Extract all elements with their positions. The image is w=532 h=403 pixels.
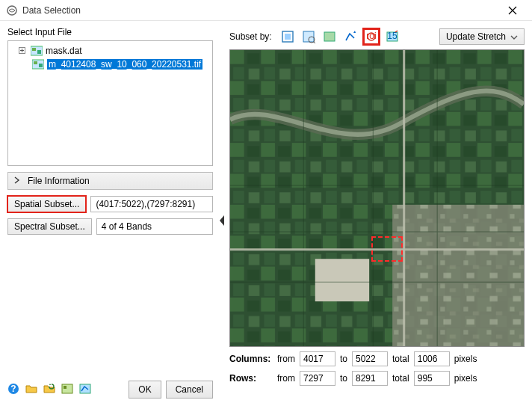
columns-label: Columns: — [229, 354, 273, 364]
subset-full-extent-icon[interactable] — [279, 28, 296, 45]
svg-rect-3 — [32, 48, 36, 51]
subset-vector-icon[interactable] — [342, 28, 359, 45]
select-input-label: Select Input File — [7, 27, 213, 37]
spectral-subset-value: 4 of 4 Bands — [96, 218, 213, 235]
raster-product-icon[interactable] — [61, 383, 73, 397]
tree-item-mask[interactable]: mask.dat — [11, 44, 209, 58]
satellite-imagery — [230, 50, 524, 347]
svg-text:?: ? — [10, 384, 16, 394]
file-tree[interactable]: mask.dat m_4012408_sw_10_060_20220531.ti… — [7, 40, 213, 166]
svg-text:roi: roi — [366, 31, 376, 41]
from-label: from — [277, 354, 295, 364]
raster-icon — [32, 59, 44, 70]
rows-label: Rows: — [229, 373, 273, 384]
columns-to-input[interactable]: 5022 — [352, 351, 388, 366]
splitter-handle-icon[interactable] — [217, 214, 226, 230]
window-title: Data Selection — [22, 5, 81, 16]
tree-item-tif[interactable]: m_4012408_sw_10_060_20220531.tif — [11, 58, 209, 71]
svg-rect-11 — [64, 386, 66, 389]
right-panel: Subset by: roi 15 Update Stretch — [228, 21, 532, 403]
right-toolbar: Subset by: roi 15 Update Stretch — [229, 28, 525, 45]
columns-total-input[interactable]: 1006 — [414, 351, 450, 366]
cancel-button[interactable]: Cancel — [166, 381, 213, 399]
tree-expander-icon[interactable] — [19, 46, 28, 56]
envi-app-icon — [6, 4, 18, 16]
svg-rect-32 — [392, 205, 524, 347]
subset-geographic-icon[interactable]: 15 — [384, 28, 400, 45]
rows-row: Rows: from 7297 to 8291 total 995 pixels — [229, 371, 525, 386]
columns-from-input[interactable]: 4017 — [300, 351, 335, 366]
subset-view-extent-icon[interactable] — [300, 28, 317, 45]
restore-session-icon[interactable] — [43, 383, 55, 397]
close-button[interactable] — [499, 0, 526, 21]
content-area: Select Input File mask.dat m_4012408_sw_… — [0, 21, 532, 403]
rows-from-input[interactable]: 7297 — [300, 371, 335, 386]
svg-rect-14 — [285, 34, 291, 40]
footer-toolbar: ? — [7, 383, 91, 397]
subset-raster-icon[interactable] — [321, 28, 338, 45]
chevron-down-icon — [510, 31, 518, 42]
svg-rect-4 — [37, 50, 41, 54]
update-stretch-dropdown[interactable]: Update Stretch — [439, 28, 525, 45]
pixels-label: pixels — [454, 354, 477, 364]
file-information-label: File Information — [28, 176, 90, 186]
to-label: to — [340, 373, 347, 384]
total-label: total — [392, 373, 409, 384]
update-stretch-label: Update Stretch — [446, 31, 506, 42]
panel-splitter[interactable] — [220, 21, 228, 403]
spatial-subset-value: (4017:5022),(7297:8291) — [90, 196, 213, 212]
vector-product-icon[interactable] — [79, 383, 91, 397]
rows-total-input[interactable]: 995 — [414, 371, 450, 386]
svg-rect-7 — [39, 64, 43, 67]
rows-to-input[interactable]: 8291 — [352, 371, 388, 386]
titlebar: Data Selection — [0, 0, 532, 21]
left-panel: Select Input File mask.dat m_4012408_sw_… — [0, 21, 220, 403]
tree-item-label: mask.dat — [46, 46, 82, 56]
ok-button[interactable]: OK — [129, 381, 161, 399]
spatial-subset-button[interactable]: Spatial Subset... — [7, 196, 86, 212]
left-footer: ? OK Cancel — [7, 373, 213, 399]
chevron-right-icon — [14, 176, 20, 186]
subset-roi-icon[interactable]: roi — [363, 28, 380, 45]
to-label: to — [340, 354, 347, 364]
svg-rect-17 — [324, 32, 335, 41]
spectral-subset-button[interactable]: Spectral Subset... — [7, 218, 92, 235]
roi-selection-box[interactable] — [371, 236, 403, 262]
image-preview[interactable] — [229, 49, 525, 347]
open-folder-icon[interactable] — [25, 383, 37, 397]
tree-item-label: m_4012408_sw_10_060_20220531.tif — [47, 59, 202, 70]
pixels-label: pixels — [454, 373, 477, 384]
file-information-header[interactable]: File Information — [7, 172, 213, 190]
svg-rect-12 — [80, 384, 90, 393]
coordinate-inputs: Columns: from 4017 to 5022 total 1006 pi… — [229, 351, 525, 386]
columns-row: Columns: from 4017 to 5022 total 1006 pi… — [229, 351, 525, 366]
from-label: from — [277, 373, 295, 384]
svg-rect-6 — [34, 61, 37, 64]
subset-by-label: Subset by: — [229, 31, 272, 42]
total-label: total — [392, 354, 409, 364]
svg-rect-33 — [315, 259, 369, 301]
raster-icon — [31, 46, 43, 56]
help-icon[interactable]: ? — [7, 383, 19, 397]
